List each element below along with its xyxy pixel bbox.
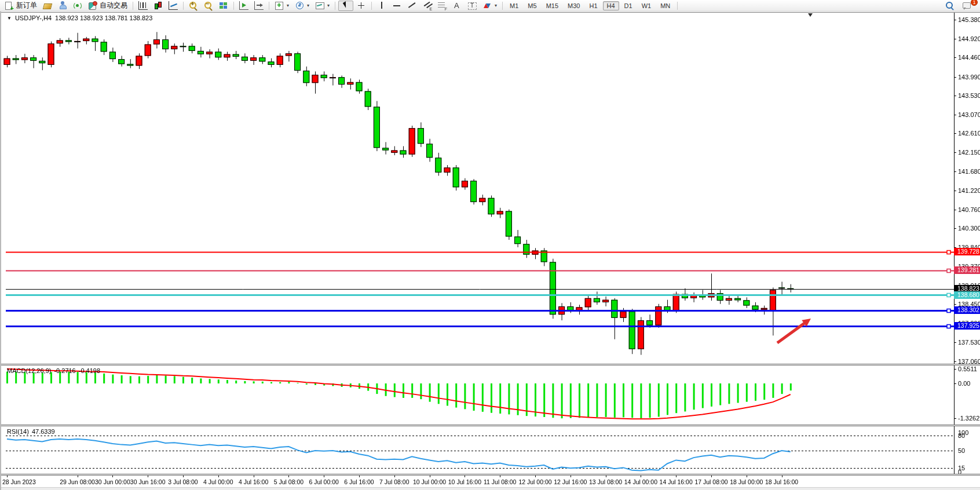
timeframe-button-mn[interactable]: MN <box>656 1 674 10</box>
arrows-icon <box>482 1 492 10</box>
trendline-icon <box>407 1 416 10</box>
rsi-scale-label: 50 <box>958 447 965 454</box>
time-axis-label: 4 Jul 16:00 <box>239 478 268 485</box>
toolbar-separator <box>677 2 678 10</box>
hline-price-tag: 139.728 <box>954 248 980 255</box>
time-axis-label: 30 Jun 16:00 <box>130 478 166 485</box>
zoom-out-button[interactable] <box>202 1 215 11</box>
time-axis-label: 18 Jul 16:00 <box>765 478 798 485</box>
toolbar-separator <box>133 2 133 10</box>
timeframe-button-h1[interactable]: H1 <box>585 1 601 10</box>
macd-value-signal: -0.4198 <box>79 367 100 374</box>
text-button[interactable] <box>450 1 464 11</box>
fibonacci-icon <box>437 1 447 10</box>
toolbar: 新订单 自动交易 ▾ ▾ ▾ ▾ M1M5M15M30H1H4D1W1MN 1 <box>0 0 980 12</box>
profiles-button[interactable] <box>56 1 70 11</box>
template-icon <box>315 1 324 10</box>
time-axis-label: 14 Jul 00:00 <box>624 478 657 485</box>
macd-value-main: -0.2716 <box>54 367 75 374</box>
toolbar-separator <box>502 2 503 10</box>
hline-price-tag: 138.680 <box>954 291 980 299</box>
hline-price-tag: 137.925 <box>954 322 980 330</box>
trendline-button[interactable] <box>405 1 419 11</box>
toolbar-separator <box>335 2 335 10</box>
bar-chart-icon <box>138 1 148 10</box>
candlestick-chart-button[interactable] <box>151 1 165 11</box>
time-axis-label: 12 Jul 00:00 <box>518 478 551 485</box>
auto-scroll-button[interactable] <box>237 1 251 11</box>
pane-separator[interactable] <box>1 364 980 365</box>
timeframe-button-w1[interactable]: W1 <box>638 1 656 10</box>
price-tick-label: 142.610 <box>958 130 980 137</box>
styler-button[interactable] <box>41 1 54 11</box>
pane-separator[interactable] <box>1 474 980 476</box>
profile-icon <box>58 1 67 10</box>
arrows-button[interactable]: ▾ <box>480 1 499 11</box>
timeframe-group: M1M5M15M30H1H4D1W1MN <box>506 1 674 10</box>
cursor-button[interactable] <box>338 1 353 11</box>
macd-label: MACD(12,26,9) -0.2716 -0.4198 <box>7 367 100 374</box>
crosshair-button[interactable] <box>354 1 368 11</box>
line-chart-button[interactable] <box>166 1 180 11</box>
horizontal-line-button[interactable] <box>390 1 404 11</box>
price-tick-label: 137.530 <box>958 339 980 346</box>
price-tick-label: 143.070 <box>958 111 980 118</box>
timeframe-button-h4[interactable]: H4 <box>603 1 619 10</box>
hline-price-tag: 139.281 <box>954 266 980 274</box>
new-order-label: 新订单 <box>16 1 37 10</box>
price-axis-line <box>954 13 955 475</box>
pane-separator[interactable] <box>1 425 980 426</box>
time-axis-label: 10 Jul 00:00 <box>413 478 446 485</box>
price-tick-label: 143.990 <box>958 74 980 81</box>
new-order-button[interactable]: 新订单 <box>2 1 39 11</box>
templates-button[interactable]: ▾ <box>313 1 332 11</box>
timeframe-button-m30[interactable]: M30 <box>564 1 584 10</box>
hline-price-tag: 138.302 <box>954 306 980 314</box>
timeframe-button-m15[interactable]: M15 <box>542 1 562 10</box>
bar-chart-button[interactable] <box>136 1 150 11</box>
chat-button[interactable]: 1 <box>960 1 974 11</box>
text-label-button[interactable] <box>465 1 479 11</box>
search-icon <box>945 1 955 10</box>
timeframe-button-m5[interactable]: M5 <box>524 1 540 10</box>
timeframe-button-m1[interactable]: M1 <box>506 1 522 10</box>
chart-shift-button[interactable] <box>252 1 266 11</box>
auto-scroll-icon <box>239 1 248 10</box>
time-axis-label: 10 Jul 16:00 <box>448 478 481 485</box>
price-tick-label: 141.680 <box>958 168 980 175</box>
channel-button[interactable] <box>420 1 434 11</box>
alerts-button[interactable] <box>71 1 85 11</box>
time-axis-label: 7 Jul 08:00 <box>379 478 409 485</box>
time-axis-label: 14 Jul 16:00 <box>660 478 693 485</box>
vertical-line-icon <box>377 1 386 10</box>
search-button[interactable] <box>943 1 957 11</box>
chart-shift-icon <box>254 1 264 10</box>
indicators-button[interactable]: ▾ <box>272 1 291 11</box>
vertical-line-button[interactable] <box>375 1 389 11</box>
chart-canvas[interactable] <box>1 12 980 490</box>
macd-scale-label: -1.3262 <box>958 415 979 422</box>
symbol-label-row[interactable]: ▼ USDJPY-,H4 138.923 138.923 138.781 138… <box>7 14 152 21</box>
periods-button[interactable]: ▾ <box>292 1 312 11</box>
autotrade-button[interactable]: 自动交易 <box>86 1 130 11</box>
time-axis-label: 30 Jun 00:00 <box>95 478 130 485</box>
zoom-in-button[interactable] <box>187 1 200 11</box>
toolbar-right: 1 <box>943 1 978 11</box>
fibonacci-button[interactable] <box>435 1 449 11</box>
symbol-label: USDJPY-,H4 <box>15 14 52 21</box>
time-axis-label: 6 Jul 00:00 <box>309 478 339 485</box>
rsi-title: RSI(14) <box>7 428 29 435</box>
channel-icon <box>422 1 432 10</box>
chart-shift-marker[interactable] <box>808 13 813 17</box>
timeframe-button-d1[interactable]: D1 <box>620 1 637 10</box>
crosshair-icon <box>357 1 366 10</box>
symbol-dropdown-icon[interactable]: ▼ <box>7 16 12 21</box>
rsi-value: 47.6339 <box>32 428 55 435</box>
chart-window: ▼ USDJPY-,H4 138.923 138.923 138.781 138… <box>0 12 980 490</box>
autotrade-label: 自动交易 <box>100 1 127 10</box>
clock-icon <box>295 1 304 10</box>
line-chart-icon <box>169 1 178 10</box>
time-axis-label: 6 Jul 16:00 <box>344 478 374 485</box>
notification-badge: 1 <box>971 0 978 6</box>
tile-windows-button[interactable] <box>217 1 231 11</box>
